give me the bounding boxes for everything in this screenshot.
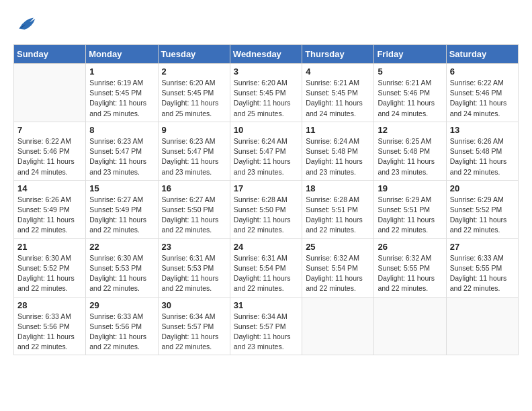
calendar-table: SundayMondayTuesdayWednesdayThursdayFrid… (13, 44, 519, 355)
calendar-cell: 15Sunrise: 6:27 AMSunset: 5:49 PMDayligh… (86, 180, 158, 238)
calendar-cell: 12Sunrise: 6:25 AMSunset: 5:48 PMDayligh… (374, 122, 446, 180)
calendar-cell: 31Sunrise: 6:34 AMSunset: 5:57 PMDayligh… (230, 297, 302, 355)
day-number: 7 (17, 125, 82, 135)
calendar-cell (374, 297, 446, 355)
calendar-cell: 19Sunrise: 6:29 AMSunset: 5:51 PMDayligh… (374, 180, 446, 238)
day-info: Sunrise: 6:26 AMSunset: 5:49 PMDaylight:… (17, 195, 82, 236)
calendar-cell: 4Sunrise: 6:21 AMSunset: 5:45 PMDaylight… (302, 64, 374, 122)
day-info: Sunrise: 6:33 AMSunset: 5:56 PMDaylight:… (17, 312, 82, 353)
calendar-cell: 20Sunrise: 6:29 AMSunset: 5:52 PMDayligh… (446, 180, 518, 238)
weekday-header: Saturday (446, 45, 518, 64)
day-number: 22 (89, 242, 154, 252)
day-info: Sunrise: 6:28 AMSunset: 5:51 PMDaylight:… (306, 195, 370, 236)
day-info: Sunrise: 6:21 AMSunset: 5:46 PMDaylight:… (378, 78, 442, 119)
day-number: 26 (378, 242, 442, 252)
day-number: 24 (234, 242, 298, 252)
day-info: Sunrise: 6:30 AMSunset: 5:52 PMDaylight:… (17, 253, 82, 294)
day-number: 8 (89, 125, 154, 135)
day-info: Sunrise: 6:23 AMSunset: 5:47 PMDaylight:… (162, 136, 226, 177)
day-number: 20 (450, 183, 515, 193)
day-number: 2 (162, 66, 226, 77)
logo (13, 13, 36, 38)
day-number: 15 (89, 183, 154, 193)
day-number: 17 (234, 183, 298, 193)
day-info: Sunrise: 6:22 AMSunset: 5:46 PMDaylight:… (17, 136, 82, 177)
day-number: 27 (450, 242, 515, 252)
calendar-cell: 8Sunrise: 6:23 AMSunset: 5:47 PMDaylight… (86, 122, 158, 180)
day-number: 5 (378, 66, 442, 77)
day-info: Sunrise: 6:32 AMSunset: 5:54 PMDaylight:… (306, 253, 370, 294)
day-info: Sunrise: 6:23 AMSunset: 5:47 PMDaylight:… (89, 136, 154, 177)
day-info: Sunrise: 6:34 AMSunset: 5:57 PMDaylight:… (162, 312, 226, 353)
day-info: Sunrise: 6:24 AMSunset: 5:47 PMDaylight:… (234, 136, 298, 177)
day-number: 1 (89, 66, 154, 77)
day-info: Sunrise: 6:32 AMSunset: 5:55 PMDaylight:… (378, 253, 442, 294)
calendar-cell: 25Sunrise: 6:32 AMSunset: 5:54 PMDayligh… (302, 238, 374, 297)
day-info: Sunrise: 6:34 AMSunset: 5:57 PMDaylight:… (234, 312, 298, 353)
day-info: Sunrise: 6:24 AMSunset: 5:48 PMDaylight:… (306, 136, 370, 177)
day-number: 4 (306, 66, 370, 77)
day-number: 28 (17, 300, 82, 310)
calendar-cell: 30Sunrise: 6:34 AMSunset: 5:57 PMDayligh… (158, 297, 230, 355)
calendar-week-row: 14Sunrise: 6:26 AMSunset: 5:49 PMDayligh… (14, 180, 519, 238)
calendar-cell (302, 297, 374, 355)
calendar-cell: 5Sunrise: 6:21 AMSunset: 5:46 PMDaylight… (374, 64, 446, 122)
calendar-cell: 11Sunrise: 6:24 AMSunset: 5:48 PMDayligh… (302, 122, 374, 180)
day-number: 30 (162, 300, 226, 310)
day-number: 11 (306, 125, 370, 135)
day-number: 6 (450, 66, 515, 77)
day-number: 23 (162, 242, 226, 252)
day-info: Sunrise: 6:20 AMSunset: 5:45 PMDaylight:… (234, 78, 298, 119)
weekday-header: Wednesday (230, 45, 302, 64)
day-number: 13 (450, 125, 515, 135)
calendar-cell (446, 297, 518, 355)
calendar-week-row: 28Sunrise: 6:33 AMSunset: 5:56 PMDayligh… (14, 297, 519, 355)
calendar-cell: 10Sunrise: 6:24 AMSunset: 5:47 PMDayligh… (230, 122, 302, 180)
day-number: 10 (234, 125, 298, 135)
calendar-cell: 28Sunrise: 6:33 AMSunset: 5:56 PMDayligh… (14, 297, 86, 355)
calendar-cell: 13Sunrise: 6:26 AMSunset: 5:48 PMDayligh… (446, 122, 518, 180)
day-info: Sunrise: 6:22 AMSunset: 5:46 PMDaylight:… (450, 78, 515, 119)
calendar-header-row: SundayMondayTuesdayWednesdayThursdayFrid… (14, 45, 519, 64)
calendar-cell: 29Sunrise: 6:33 AMSunset: 5:56 PMDayligh… (86, 297, 158, 355)
day-number: 19 (378, 183, 442, 193)
day-number: 31 (234, 300, 298, 310)
calendar-cell: 7Sunrise: 6:22 AMSunset: 5:46 PMDaylight… (14, 122, 86, 180)
day-number: 25 (306, 242, 370, 252)
calendar-cell: 27Sunrise: 6:33 AMSunset: 5:55 PMDayligh… (446, 238, 518, 297)
day-number: 29 (89, 300, 154, 310)
weekday-header: Thursday (302, 45, 374, 64)
calendar-cell: 17Sunrise: 6:28 AMSunset: 5:50 PMDayligh… (230, 180, 302, 238)
calendar-cell: 1Sunrise: 6:19 AMSunset: 5:45 PMDaylight… (86, 64, 158, 122)
day-info: Sunrise: 6:28 AMSunset: 5:50 PMDaylight:… (234, 195, 298, 236)
weekday-header: Sunday (14, 45, 86, 64)
weekday-header: Friday (374, 45, 446, 64)
calendar-cell: 24Sunrise: 6:31 AMSunset: 5:54 PMDayligh… (230, 238, 302, 297)
day-info: Sunrise: 6:21 AMSunset: 5:45 PMDaylight:… (306, 78, 370, 119)
day-info: Sunrise: 6:25 AMSunset: 5:48 PMDaylight:… (378, 136, 442, 177)
calendar-cell: 26Sunrise: 6:32 AMSunset: 5:55 PMDayligh… (374, 238, 446, 297)
logo-bird-icon (15, 13, 36, 35)
day-number: 3 (234, 66, 298, 77)
calendar-week-row: 21Sunrise: 6:30 AMSunset: 5:52 PMDayligh… (14, 238, 519, 297)
day-info: Sunrise: 6:20 AMSunset: 5:45 PMDaylight:… (162, 78, 226, 119)
calendar-cell: 9Sunrise: 6:23 AMSunset: 5:47 PMDaylight… (158, 122, 230, 180)
day-number: 21 (17, 242, 82, 252)
calendar-week-row: 1Sunrise: 6:19 AMSunset: 5:45 PMDaylight… (14, 64, 519, 122)
weekday-header: Tuesday (158, 45, 230, 64)
day-number: 18 (306, 183, 370, 193)
calendar-week-row: 7Sunrise: 6:22 AMSunset: 5:46 PMDaylight… (14, 122, 519, 180)
day-number: 14 (17, 183, 82, 193)
calendar-cell: 14Sunrise: 6:26 AMSunset: 5:49 PMDayligh… (14, 180, 86, 238)
calendar-cell: 21Sunrise: 6:30 AMSunset: 5:52 PMDayligh… (14, 238, 86, 297)
day-info: Sunrise: 6:31 AMSunset: 5:53 PMDaylight:… (162, 253, 226, 294)
page-header (13, 13, 519, 38)
calendar-cell: 3Sunrise: 6:20 AMSunset: 5:45 PMDaylight… (230, 64, 302, 122)
day-info: Sunrise: 6:30 AMSunset: 5:53 PMDaylight:… (89, 253, 154, 294)
calendar-cell: 23Sunrise: 6:31 AMSunset: 5:53 PMDayligh… (158, 238, 230, 297)
calendar-cell: 6Sunrise: 6:22 AMSunset: 5:46 PMDaylight… (446, 64, 518, 122)
day-info: Sunrise: 6:31 AMSunset: 5:54 PMDaylight:… (234, 253, 298, 294)
weekday-header: Monday (86, 45, 158, 64)
day-number: 12 (378, 125, 442, 135)
calendar-cell: 18Sunrise: 6:28 AMSunset: 5:51 PMDayligh… (302, 180, 374, 238)
